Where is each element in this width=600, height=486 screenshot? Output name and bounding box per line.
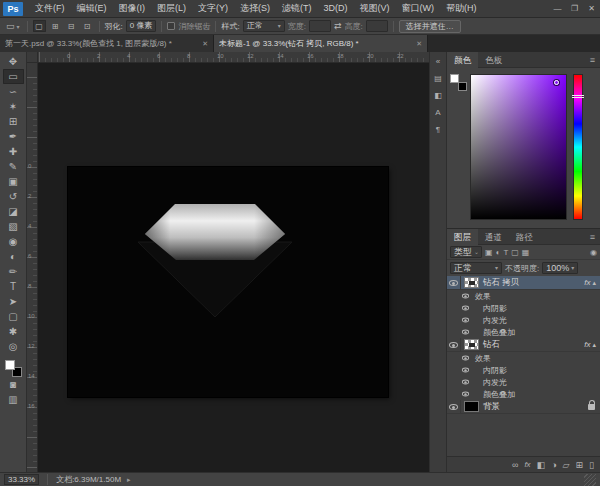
brush-tool[interactable]: ✎ xyxy=(3,159,24,174)
filter-pixel-layers-icon[interactable]: ▣ xyxy=(485,248,493,257)
pasteboard[interactable] xyxy=(38,63,429,472)
visibility-toggle[interactable] xyxy=(459,352,471,364)
healing-brush-tool[interactable]: ✚ xyxy=(3,144,24,159)
effect-row-inner-shadow[interactable]: 内阴影 xyxy=(447,302,600,314)
tab-color[interactable]: 颜色 xyxy=(447,52,478,68)
document-tab-untitled-1[interactable]: 未标题-1 @ 33.3%(钻石 拷贝, RGB/8) * ✕ xyxy=(214,35,428,52)
visibility-toggle[interactable] xyxy=(459,314,471,326)
document-canvas[interactable] xyxy=(68,167,388,397)
link-layers-icon[interactable]: ∞ xyxy=(512,460,518,470)
close-tab-icon[interactable]: ✕ xyxy=(202,40,208,48)
saturation-brightness-field[interactable] xyxy=(470,74,567,220)
dodge-tool[interactable]: ◐ xyxy=(3,249,24,264)
magic-wand-tool[interactable]: ✶ xyxy=(3,99,24,114)
intersect-selection-button[interactable]: ⊡ xyxy=(81,20,94,32)
feather-input[interactable]: 0 像素 xyxy=(126,20,157,32)
menu-select[interactable]: 选择(S) xyxy=(234,0,276,17)
tab-layers[interactable]: 图层 xyxy=(447,229,478,245)
collapse-effects-icon[interactable]: ▴ xyxy=(592,279,596,287)
close-button[interactable]: ✕ xyxy=(583,0,600,17)
delete-layer-icon[interactable]: ▯ xyxy=(589,460,594,470)
layer-style-icon[interactable]: fx xyxy=(524,460,530,469)
shape-tool[interactable]: ▢ xyxy=(3,309,24,324)
collapse-effects-icon[interactable]: ▴ xyxy=(592,341,596,349)
screen-mode-button[interactable]: ▥ xyxy=(3,392,24,407)
visibility-toggle[interactable] xyxy=(459,302,471,314)
layer-thumbnail[interactable] xyxy=(464,401,479,412)
tab-channels[interactable]: 通道 xyxy=(478,229,509,245)
filter-type-layers-icon[interactable]: T xyxy=(503,248,508,257)
gradient-tool[interactable]: ▧ xyxy=(3,219,24,234)
add-layer-mask-icon[interactable]: ◧ xyxy=(537,460,546,470)
collapse-dock-icon[interactable]: « xyxy=(431,55,445,68)
crop-tool[interactable]: ⊞ xyxy=(3,114,24,129)
panel-menu-icon[interactable]: ≡ xyxy=(585,232,600,242)
filter-smart-objects-icon[interactable]: ▦ xyxy=(522,248,530,257)
menu-3d[interactable]: 3D(D) xyxy=(318,0,354,17)
blend-mode-dropdown[interactable]: 正常 ▾ xyxy=(450,262,502,274)
menu-window[interactable]: 窗口(W) xyxy=(396,0,441,17)
rectangular-marquee-tool[interactable]: ▭ xyxy=(3,69,24,84)
layer-filter-toggle[interactable]: ◉ xyxy=(590,248,597,257)
visibility-toggle[interactable] xyxy=(459,364,471,376)
foreground-color-swatch[interactable] xyxy=(5,360,15,370)
color-picker-marker[interactable] xyxy=(554,80,559,85)
eyedropper-tool[interactable]: ✒ xyxy=(3,129,24,144)
effect-row-color-overlay[interactable]: 颜色叠加 xyxy=(447,326,600,338)
hue-slider[interactable] xyxy=(573,74,583,220)
quick-mask-button[interactable]: ◙ xyxy=(3,377,24,392)
subtract-selection-button[interactable]: ⊟ xyxy=(65,20,78,32)
document-tab-first-day[interactable]: 第一天.psd @ 33.3%(颜色查找 1, 图层蒙版/8) * ✕ xyxy=(0,35,214,52)
menu-view[interactable]: 视图(V) xyxy=(354,0,396,17)
type-tool[interactable]: T xyxy=(3,279,24,294)
height-input[interactable] xyxy=(366,20,388,32)
layer-row-diamond[interactable]: 钻石 fx ▴ xyxy=(447,338,600,352)
tool-preset-picker[interactable]: ▭ ▾ xyxy=(4,21,22,31)
effects-header-row[interactable]: 效果 xyxy=(447,290,600,302)
zoom-level-field[interactable]: 33.33% xyxy=(4,474,39,485)
opacity-dropdown[interactable]: 100% ▾ xyxy=(542,262,578,274)
effect-row-color-overlay[interactable]: 颜色叠加 xyxy=(447,388,600,400)
horizontal-ruler[interactable]: 0 2 4 6 8 10 12 14 16 18 20 22 xyxy=(38,52,429,63)
menu-layer[interactable]: 图层(L) xyxy=(151,0,192,17)
filter-kind-dropdown[interactable]: 类型 ⌄ xyxy=(450,246,482,258)
effect-row-inner-shadow[interactable]: 内阴影 xyxy=(447,364,600,376)
adjustments-panel-icon[interactable]: ◧ xyxy=(431,89,445,102)
effect-row-inner-glow[interactable]: 内发光 xyxy=(447,376,600,388)
fx-badge[interactable]: fx xyxy=(584,340,590,349)
menu-image[interactable]: 图像(I) xyxy=(113,0,152,17)
hand-tool[interactable]: ✱ xyxy=(3,324,24,339)
visibility-toggle[interactable] xyxy=(447,338,461,351)
tab-paths[interactable]: 路径 xyxy=(509,229,540,245)
blur-tool[interactable]: ◉ xyxy=(3,234,24,249)
effect-row-inner-glow[interactable]: 内发光 xyxy=(447,314,600,326)
new-layer-icon[interactable]: ⊞ xyxy=(576,460,584,470)
vertical-ruler[interactable]: 0 2 4 6 8 10 12 14 16 xyxy=(27,63,38,472)
visibility-toggle[interactable] xyxy=(459,326,471,338)
background-color-swatch[interactable] xyxy=(458,82,467,91)
visibility-toggle[interactable] xyxy=(459,290,471,302)
lasso-tool[interactable]: ∽ xyxy=(3,84,24,99)
select-and-mask-button[interactable]: 选择并遮住… xyxy=(399,20,461,33)
new-selection-button[interactable]: ▢ xyxy=(33,20,46,32)
new-group-icon[interactable]: ▱ xyxy=(563,460,570,470)
menu-edit[interactable]: 编辑(E) xyxy=(71,0,113,17)
new-adjustment-layer-icon[interactable]: ◑ xyxy=(551,460,556,470)
foreground-color-swatch[interactable] xyxy=(450,74,459,83)
path-selection-tool[interactable]: ➤ xyxy=(3,294,24,309)
menu-file[interactable]: 文件(F) xyxy=(29,0,71,17)
fx-badge[interactable]: fx xyxy=(584,278,590,287)
visibility-toggle[interactable] xyxy=(447,400,461,413)
character-panel-icon[interactable]: A xyxy=(431,106,445,119)
paragraph-panel-icon[interactable]: ¶ xyxy=(431,123,445,136)
zoom-tool[interactable]: ◎ xyxy=(3,339,24,354)
panel-menu-icon[interactable]: ≡ xyxy=(585,55,600,65)
menu-type[interactable]: 文字(Y) xyxy=(192,0,234,17)
layer-thumbnail[interactable] xyxy=(464,277,479,288)
add-selection-button[interactable]: ⊞ xyxy=(49,20,62,32)
ruler-origin[interactable] xyxy=(27,52,38,63)
resize-grip[interactable] xyxy=(584,474,596,486)
clone-stamp-tool[interactable]: ▣ xyxy=(3,174,24,189)
filter-shape-layers-icon[interactable]: ▢ xyxy=(511,248,519,257)
layer-row-background[interactable]: 背景 xyxy=(447,400,600,414)
